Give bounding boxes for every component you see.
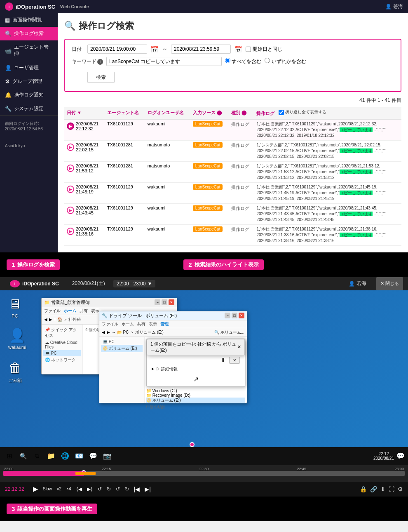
step-back-button[interactable]: ↺ <box>96 485 103 493</box>
edge-icon[interactable]: 🌐 <box>59 450 71 462</box>
sidebar-item-group-management[interactable]: ⚙ グループ管理 <box>0 75 58 88</box>
file-window-2-controls[interactable]: － □ ✕ <box>225 313 244 318</box>
fw2-nav-back[interactable]: ◀ <box>102 330 105 334</box>
to-end-button[interactable]: ▶| <box>143 485 152 493</box>
sidebar-item-agent-management[interactable]: 📹 エージェント管理 <box>0 40 58 61</box>
play-button[interactable]: ▶ <box>67 144 74 151</box>
radio-any-label[interactable]: いずれかを含む <box>265 58 306 65</box>
settings-icon[interactable]: ⚙ <box>398 486 403 492</box>
fw1-tab-view[interactable]: 表示 <box>91 308 99 314</box>
speed-x2-button[interactable]: ×2 <box>55 486 63 492</box>
fw1-tree-quick-access[interactable]: 📌 クイック アクセス <box>43 326 81 339</box>
pause-icon[interactable]: ⏸ <box>220 357 226 363</box>
radio-any[interactable] <box>265 58 270 63</box>
fold-all-checkbox-label[interactable]: 折り返し全て表示する <box>279 109 326 115</box>
maximize-icon[interactable]: □ <box>232 313 237 318</box>
play-button[interactable]: ▶ <box>67 228 74 235</box>
fw2-tab-share[interactable]: 共有 <box>137 321 145 327</box>
skip-fwd-button[interactable]: ▶⟩ <box>85 485 94 493</box>
col-agent[interactable]: エージェント名 <box>105 107 145 119</box>
fold-all-checkbox[interactable] <box>279 110 284 115</box>
radio-all-label[interactable]: すべてを含む <box>225 58 261 65</box>
notification-icon[interactable]: 💬 <box>396 452 405 460</box>
fw2-nav-forward[interactable]: ▶ <box>107 330 110 334</box>
fw2-tab-view[interactable]: 表示 <box>149 321 157 327</box>
fw1-nav-back[interactable]: ◀ <box>44 317 47 322</box>
detail-summary[interactable]: ▷ 詳細情報 <box>152 366 240 372</box>
sidebar-item-system-settings[interactable]: 🔧 システム設定 <box>0 102 58 115</box>
sidebar-item-operation-log-search[interactable]: 🔍 操作ログ検索 <box>0 27 58 40</box>
step-fwd-button[interactable]: ↻ <box>105 485 113 493</box>
search-button[interactable]: 検索 <box>87 72 115 83</box>
play-button[interactable]: ▶ <box>67 165 74 172</box>
video-close-button[interactable]: ✕ 閉じる <box>376 277 403 290</box>
system-settings-icon: 🔧 <box>5 106 12 112</box>
outlook-icon[interactable]: 📧 <box>73 450 85 462</box>
radio-all[interactable] <box>225 58 230 63</box>
col-category[interactable]: 種別 ⬤ <box>229 107 254 119</box>
play-button[interactable]: ▶ <box>67 207 74 214</box>
fullscreen-icon[interactable]: ⛶ <box>389 486 394 492</box>
copy-dialog-close-icon[interactable]: ✕ <box>237 344 241 350</box>
minimize-icon[interactable]: － <box>225 313 230 318</box>
download-icon[interactable]: ⬇ <box>380 486 385 492</box>
same-start-checkbox-label[interactable]: 開始日と同じ <box>246 46 282 53</box>
date-separator: ～ <box>162 45 168 53</box>
explorer-icon[interactable]: 📁 <box>45 450 57 462</box>
fw1-tab-share[interactable]: 共有 <box>80 308 88 314</box>
slow-button[interactable]: Slow <box>41 486 54 492</box>
fw2-tab-home[interactable]: ホーム <box>122 321 134 327</box>
detail-info[interactable]: ▷ 詳細情報 <box>152 366 240 372</box>
fw2-tab-file[interactable]: ファイル <box>102 321 118 327</box>
date-to-input[interactable] <box>171 45 231 54</box>
same-start-checkbox[interactable] <box>246 47 251 52</box>
fw1-tab-home[interactable]: ホーム <box>64 308 76 314</box>
tree-windows[interactable]: 📁 Windows (C:) <box>146 388 245 393</box>
fw2-tab-manage[interactable]: 管理 <box>160 321 169 327</box>
tree-volume-e[interactable]: 📀 ボリューム (E:) <box>146 398 245 403</box>
play-button[interactable]: ▶ <box>67 186 74 193</box>
sidebar-item-user-management[interactable]: 👤 ユーザ管理 <box>0 61 58 75</box>
close-icon[interactable]: ✕ <box>169 299 174 305</box>
keyword-input[interactable] <box>106 57 222 66</box>
copy-cancel-button[interactable]: ✕ <box>229 357 240 364</box>
fw1-tab-file[interactable]: ファイル <box>44 308 61 314</box>
speed-x4-button[interactable]: ×4 <box>65 486 73 492</box>
search-taskbar-icon[interactable]: 🔍 <box>17 450 29 462</box>
calendar-to-icon[interactable]: 📅 <box>234 45 242 53</box>
fw1-tree-cloud[interactable]: ☁ Creative Cloud Files <box>43 339 81 350</box>
start-button[interactable]: ⊞ <box>3 450 15 462</box>
radio-all-text: すべてを含む <box>232 59 261 64</box>
forward-button[interactable]: ↻ <box>123 485 131 493</box>
fw2-tree-volume[interactable]: 📀 ボリューム (E:) <box>101 345 143 352</box>
fw1-nav-forward[interactable]: ▶ <box>49 317 52 322</box>
maximize-icon[interactable]: □ <box>162 299 167 305</box>
video-time-range[interactable]: 22:00 - 23:00 ▼ <box>113 280 156 287</box>
taskview-icon[interactable]: ⧉ <box>31 450 43 462</box>
tree-recovery[interactable]: 📁 Recovery Image (D:) <box>146 393 245 398</box>
date-from-input[interactable] <box>87 45 147 54</box>
to-start-button[interactable]: |◀ <box>132 485 142 493</box>
timeline-bar-container[interactable] <box>3 471 405 476</box>
close-icon[interactable]: ✕ <box>239 313 244 318</box>
fw1-tree-network[interactable]: 🌐 ネットワーク <box>43 356 81 364</box>
play-button[interactable]: ▶ <box>67 122 74 130</box>
sidebar-item-operation-log-notify[interactable]: 🔔 操作ログ通知 <box>0 88 58 102</box>
col-input-source[interactable]: 入力ソース ⬤ <box>190 107 229 119</box>
col-date[interactable]: 日付 ▼ <box>64 107 105 119</box>
replay-button[interactable]: ↺ <box>114 485 122 493</box>
calendar-from-icon[interactable]: 📅 <box>150 45 159 53</box>
minimize-icon[interactable]: － <box>155 299 160 305</box>
col-log-user[interactable]: ログオンユーザ名 <box>145 107 190 119</box>
file-window-1-controls[interactable]: － □ ✕ <box>155 299 174 305</box>
share-icon[interactable]: 🔗 <box>370 486 377 492</box>
fw1-tree-pc[interactable]: 💻 PC <box>43 350 81 356</box>
play-pause-button[interactable]: ▶ <box>31 484 40 494</box>
fw2-tree-pc[interactable]: 💻 PC <box>101 339 143 345</box>
skip-back-button[interactable]: ⟨◀ <box>75 485 84 493</box>
video-logo-icon: i <box>10 280 20 287</box>
lock-icon[interactable]: 🔒 <box>360 486 367 492</box>
camera-icon[interactable]: 📷 <box>101 450 113 462</box>
teams-icon[interactable]: 💬 <box>87 450 99 462</box>
sidebar-item-screen-overview[interactable]: ▦ 画面操作閲覧 <box>0 13 58 27</box>
